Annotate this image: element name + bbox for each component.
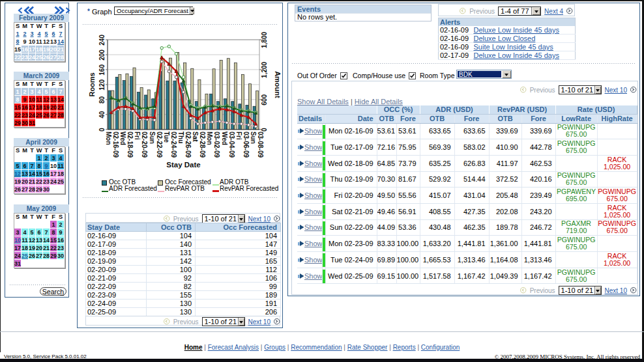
svg-text:02-20-09: 02-20-09 [141, 132, 148, 158]
svg-text:Mon: Mon [105, 132, 112, 145]
svg-text:Rooms: Rooms [88, 72, 96, 96]
svg-text:160: 160 [98, 64, 106, 76]
svg-text:200: 200 [98, 49, 106, 61]
svg-text:Mon: Mon [206, 132, 213, 145]
svg-text:02-22-09: 02-22-09 [156, 132, 163, 158]
svg-text:02-16-09: 02-16-09 [112, 132, 119, 158]
svg-text:03-08-09: 03-08-09 [257, 132, 264, 158]
svg-text:Wed: Wed [221, 132, 228, 145]
svg-text:Fri: Fri [134, 132, 141, 140]
svg-text:80: 80 [98, 96, 106, 104]
svg-text:Sat: Sat [192, 132, 199, 142]
svg-text:0: 0 [98, 128, 106, 132]
svg-text:1,800: 1,800 [261, 32, 268, 48]
svg-text:03-02-09: 03-02-09 [213, 132, 220, 158]
svg-text:Wed: Wed [119, 132, 126, 145]
svg-text:02-28-09: 02-28-09 [199, 132, 206, 158]
svg-text:Sun: Sun [149, 132, 156, 144]
svg-text:1,200: 1,200 [261, 61, 268, 77]
svg-text:40: 40 [98, 111, 106, 118]
svg-text:Sun: Sun [250, 132, 257, 144]
svg-text:Fri: Fri [235, 132, 242, 140]
svg-text:240: 240 [98, 35, 106, 46]
svg-text:02-18-09: 02-18-09 [126, 132, 134, 158]
svg-text:600: 600 [261, 94, 268, 105]
svg-text:03-06-09: 03-06-09 [242, 132, 250, 158]
svg-text:02-24-09: 02-24-09 [170, 132, 177, 158]
svg-text:Thu: Thu [177, 132, 184, 143]
svg-text:02-26-09: 02-26-09 [184, 132, 192, 158]
svg-text:Tue: Tue [163, 132, 170, 143]
svg-text:Amount: Amount [274, 71, 282, 98]
svg-text:03-04-09: 03-04-09 [228, 132, 235, 158]
svg-text:120: 120 [98, 79, 106, 90]
svg-text:Stay Date: Stay Date [166, 161, 200, 169]
